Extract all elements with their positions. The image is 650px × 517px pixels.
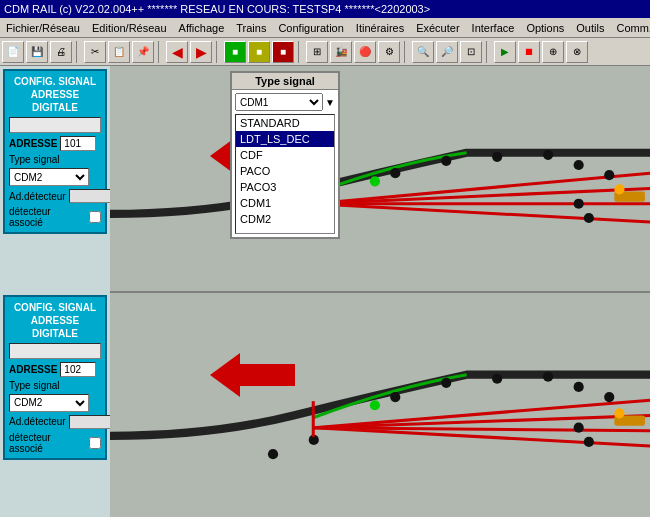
toolbar-btn-4[interactable]: ✂ xyxy=(84,41,106,63)
toolbar-sep-3 xyxy=(216,41,220,63)
menu-edition[interactable]: Edition/Réseau xyxy=(86,20,173,36)
type-signal-select-row: CDM1 ▼ xyxy=(232,90,338,114)
type-signal-item-cdm2[interactable]: CDM2 xyxy=(236,211,334,227)
svg-point-21 xyxy=(492,373,502,383)
bottom-type-label: Type signal xyxy=(9,380,101,391)
type-signal-dropdown-arrow: ▼ xyxy=(325,97,335,108)
top-type-label: Type signal xyxy=(9,154,101,165)
menu-commip[interactable]: Comm./IP xyxy=(610,20,650,36)
top-type-select[interactable]: CDM2 xyxy=(9,168,89,186)
toolbar-btn-train[interactable]: 🚂 xyxy=(330,41,352,63)
bottom-det-assoc-label: détecteur associé xyxy=(9,432,86,454)
type-signal-list[interactable]: STANDARD LDT_LS_DEC CDF PACO PACO3 CDM1 … xyxy=(235,114,335,234)
toolbar-btn-fit[interactable]: ⊡ xyxy=(460,41,482,63)
track-area-top xyxy=(110,66,650,293)
svg-point-25 xyxy=(614,408,624,418)
menu-executer[interactable]: Exécuter xyxy=(410,20,465,36)
svg-point-17 xyxy=(441,377,451,387)
left-panel: CONFIG. SIGNAL ADRESSE DIGITALE ADRESSE … xyxy=(0,66,110,517)
svg-point-14 xyxy=(268,449,278,459)
toolbar-btn-zoom-in[interactable]: 🔍 xyxy=(412,41,434,63)
type-signal-popup-title: Type signal xyxy=(232,73,338,90)
bottom-config-title: CONFIG. SIGNAL ADRESSE DIGITALE xyxy=(9,301,101,340)
top-config-title: CONFIG. SIGNAL ADRESSE DIGITALE xyxy=(9,75,101,114)
bottom-type-select[interactable]: CDM2 xyxy=(9,394,89,412)
top-addr-row: ADRESSE xyxy=(9,136,101,151)
svg-point-3 xyxy=(441,156,451,166)
svg-point-10 xyxy=(604,170,614,180)
type-signal-popup: Type signal CDM1 ▼ STANDARD LDT_LS_DEC C… xyxy=(230,71,340,239)
top-det-assoc-checkbox[interactable] xyxy=(89,211,101,223)
toolbar-btn-stop[interactable]: ⏹ xyxy=(518,41,540,63)
main-content: CONFIG. SIGNAL ADRESSE DIGITALE ADRESSE … xyxy=(0,66,650,517)
svg-point-5 xyxy=(370,176,380,186)
title-bar: CDM RAIL (c) V22.02.004++ ******* RESEAU… xyxy=(0,0,650,18)
svg-rect-20 xyxy=(312,401,315,437)
svg-point-12 xyxy=(574,199,584,209)
svg-point-19 xyxy=(370,400,380,410)
type-signal-dropdown[interactable]: CDM1 xyxy=(235,93,323,111)
toolbar-btn-yellow[interactable]: ■ xyxy=(248,41,270,63)
toolbar-btn-arrow-right[interactable]: ▶ xyxy=(190,41,212,63)
type-signal-item-paco3[interactable]: PACO3 xyxy=(236,179,334,195)
toolbar-btn-1[interactable]: 📄 xyxy=(2,41,24,63)
menu-itineraires[interactable]: Itinéraires xyxy=(350,20,410,36)
svg-point-27 xyxy=(584,436,594,446)
menu-interface[interactable]: Interface xyxy=(466,20,521,36)
bottom-ad-det-label: Ad.détecteur xyxy=(9,416,66,427)
top-addr-input[interactable] xyxy=(60,136,96,151)
svg-point-2 xyxy=(390,168,400,178)
menu-config[interactable]: Configuration xyxy=(272,20,349,36)
toolbar: 📄 💾 🖨 ✂ 📋 📌 ◀ ▶ ■ ■ ■ ⊞ 🚂 🔴 ⚙ 🔍 🔎 ⊡ ▶ ⏹ … xyxy=(0,38,650,66)
menu-options[interactable]: Options xyxy=(520,20,570,36)
toolbar-btn-green[interactable]: ■ xyxy=(224,41,246,63)
svg-point-26 xyxy=(574,422,584,432)
toolbar-btn-3[interactable]: 🖨 xyxy=(50,41,72,63)
toolbar-sep-6 xyxy=(486,41,490,63)
toolbar-btn-5[interactable]: 📋 xyxy=(108,41,130,63)
toolbar-sep-1 xyxy=(76,41,80,63)
panel-spacer-bottom xyxy=(0,463,110,518)
menu-bar: Fichier/Réseau Edition/Réseau Affichage … xyxy=(0,18,650,38)
toolbar-btn-6[interactable]: 📌 xyxy=(132,41,154,63)
menu-trains[interactable]: Trains xyxy=(230,20,272,36)
type-signal-item-cdf[interactable]: CDF xyxy=(236,147,334,163)
panel-spacer-top xyxy=(0,237,110,292)
toolbar-btn-arrow-left[interactable]: ◀ xyxy=(166,41,188,63)
menu-fichier[interactable]: Fichier/Réseau xyxy=(0,20,86,36)
top-config-input-blank[interactable] xyxy=(9,117,101,133)
type-signal-item-paco[interactable]: PACO xyxy=(236,163,334,179)
top-ad-det-label: Ad.détecteur xyxy=(9,191,66,202)
toolbar-btn-play[interactable]: ▶ xyxy=(494,41,516,63)
bottom-addr-input[interactable] xyxy=(60,362,96,377)
toolbar-btn-2[interactable]: 💾 xyxy=(26,41,48,63)
toolbar-btn-signal[interactable]: 🔴 xyxy=(354,41,376,63)
type-signal-item-ldt[interactable]: LDT_LS_DEC xyxy=(236,131,334,147)
menu-affichage[interactable]: Affichage xyxy=(173,20,231,36)
title-text: CDM RAIL (c) V22.02.004++ ******* RESEAU… xyxy=(4,3,430,15)
top-addr-label: ADRESSE xyxy=(9,138,57,149)
menu-outils[interactable]: Outils xyxy=(570,20,610,36)
type-signal-item-cdm1[interactable]: CDM1 xyxy=(236,195,334,211)
toolbar-btn-track[interactable]: ⊞ xyxy=(306,41,328,63)
svg-point-9 xyxy=(574,160,584,170)
bottom-det-assoc-checkbox[interactable] xyxy=(89,437,101,449)
svg-point-22 xyxy=(543,371,553,381)
bottom-det-assoc-row: détecteur associé xyxy=(9,432,101,454)
toolbar-sep-5 xyxy=(404,41,408,63)
toolbar-btn-red[interactable]: ■ xyxy=(272,41,294,63)
toolbar-btn-extra2[interactable]: ⊗ xyxy=(566,41,588,63)
bottom-config-input-blank[interactable] xyxy=(9,343,101,359)
svg-point-23 xyxy=(574,381,584,391)
bottom-config-panel: CONFIG. SIGNAL ADRESSE DIGITALE ADRESSE … xyxy=(3,295,107,460)
track-area-bottom xyxy=(110,293,650,518)
toolbar-btn-extra1[interactable]: ⊕ xyxy=(542,41,564,63)
type-signal-item-standard[interactable]: STANDARD xyxy=(236,115,334,131)
toolbar-btn-gear[interactable]: ⚙ xyxy=(378,41,400,63)
top-config-panel: CONFIG. SIGNAL ADRESSE DIGITALE ADRESSE … xyxy=(3,69,107,234)
toolbar-btn-zoom-out[interactable]: 🔎 xyxy=(436,41,458,63)
bottom-ad-det-row: Ad.détecteur xyxy=(9,415,101,429)
toolbar-sep-2 xyxy=(158,41,162,63)
track-svg-top xyxy=(110,66,650,291)
bottom-addr-label: ADRESSE xyxy=(9,364,57,375)
